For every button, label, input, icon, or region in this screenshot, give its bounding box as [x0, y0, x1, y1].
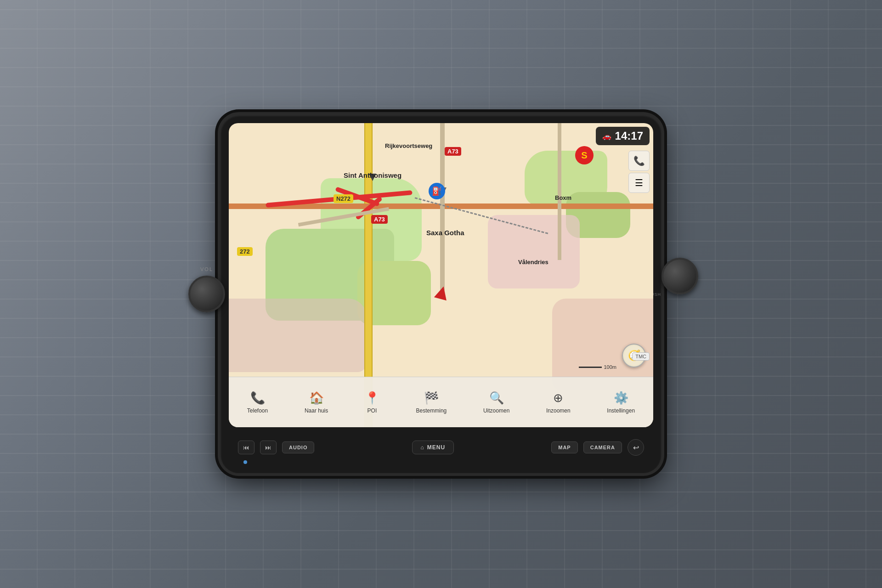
home-icon: ⌂ [421, 444, 424, 451]
menu-list-btn[interactable]: ☰ [628, 173, 650, 193]
map-area[interactable]: S ⛽ Rijkevoortseweg Sint Anthonisweg Sax… [229, 123, 653, 427]
nav-item-uitzoomen[interactable]: 🔍 Uitzoomen [476, 387, 517, 418]
phone-btn[interactable]: 📞 [628, 151, 650, 171]
rewind-button[interactable]: ⏮ [238, 441, 254, 454]
telefoon-icon: 📞 [250, 391, 265, 405]
map-residential-area-1 [488, 215, 580, 288]
fuel-station-icon: ⛽ [429, 183, 445, 199]
label-boxm: Boxm [555, 194, 571, 201]
shell-poi-icon: S [575, 146, 594, 164]
scale-label: 100m [604, 364, 616, 370]
menu-label: MENU [427, 444, 445, 451]
label-sint-anthonisweg: Sint Anthonisweg [344, 171, 401, 179]
badge-n272: N272 [334, 194, 353, 203]
physical-controls: ⏮ ⏭ AUDIO ⌂ MENU MAP CAMERA ↩ [229, 427, 653, 464]
poi-label: POI [368, 407, 377, 414]
inzoomen-label: Inzoomen [546, 407, 571, 414]
screen-bezel: S ⛽ Rijkevoortseweg Sint Anthonisweg Sax… [229, 123, 653, 427]
dashboard: VOL PUSH [0, 0, 882, 588]
right-knob[interactable] [662, 258, 698, 294]
media-controls: ⏮ ⏭ AUDIO [238, 441, 314, 454]
naar-huis-icon: 🏠 [309, 391, 324, 405]
nav-item-bestemming[interactable]: 🏁 Bestemming [409, 387, 454, 418]
nav-item-poi[interactable]: 📍 POI [357, 387, 387, 418]
nav-item-inzoomen[interactable]: ⊕ Inzoomen [539, 387, 578, 418]
camera-button[interactable]: CAMERA [583, 441, 622, 453]
nav-item-telefoon[interactable]: 📞 Telefoon [240, 387, 275, 418]
clock-time: 14:17 [615, 130, 643, 142]
nav-item-naar-huis[interactable]: 🏠 Naar huis [297, 387, 335, 418]
map-side-buttons: 📞 ☰ [628, 151, 650, 193]
instellingen-label: Instellingen [607, 407, 635, 414]
uitzoomen-icon: 🔍 [489, 391, 504, 405]
scale-line [579, 367, 602, 368]
badge-a73: A73 [371, 215, 388, 224]
time-display: 🚗 14:17 [596, 127, 650, 145]
nav-item-instellingen[interactable]: ⚙️ Instellingen [599, 387, 642, 418]
bestemming-icon: 🏁 [424, 391, 439, 405]
infotainment-unit: VOL PUSH [220, 115, 662, 473]
badge-a73-top: A73 [445, 147, 461, 156]
label-saxa-gotha: Saxa Gotha [426, 229, 464, 237]
badge-272: 272 [237, 247, 253, 256]
instellingen-icon: ⚙️ [614, 391, 628, 405]
car-icon: 🚗 [602, 132, 611, 141]
telefoon-label: Telefoon [247, 407, 268, 414]
road-gray-2 [558, 123, 561, 260]
inzoomen-icon: ⊕ [553, 391, 563, 405]
scale-bar: 100m [579, 364, 616, 370]
poi-icon: 📍 [365, 391, 379, 405]
road-gray-1 [440, 123, 445, 290]
right-knob-container: PUSH [662, 258, 698, 294]
home-menu-area: ⌂ MENU [412, 441, 454, 454]
uitzoomen-label: Uitzoomen [483, 407, 509, 414]
audio-button[interactable]: AUDIO [282, 441, 314, 453]
mode-indicator-dot [243, 460, 247, 464]
tmc-badge: TMC [632, 352, 650, 361]
naar-huis-label: Naar huis [305, 407, 328, 414]
nav-bar: 📞 Telefoon 🏠 Naar huis 📍 POI 🏁 Bestemmin… [229, 377, 653, 427]
label-valendries: Vålendries [518, 259, 548, 266]
vol-label: VOL [200, 266, 213, 272]
label-rijkevoortseweg: Rijkevoortseweg [385, 142, 432, 149]
menu-button[interactable]: ⌂ MENU [412, 441, 454, 454]
nav-controls: MAP CAMERA ↩ [551, 439, 644, 456]
back-button[interactable]: ↩ [628, 439, 644, 456]
vol-knob[interactable] [188, 276, 225, 312]
map-button[interactable]: MAP [551, 441, 577, 453]
fast-forward-button[interactable]: ⏭ [260, 441, 277, 454]
bestemming-label: Bestemming [416, 407, 447, 414]
map-residential-area-2 [229, 299, 367, 372]
vol-knob-container: VOL [188, 276, 225, 312]
